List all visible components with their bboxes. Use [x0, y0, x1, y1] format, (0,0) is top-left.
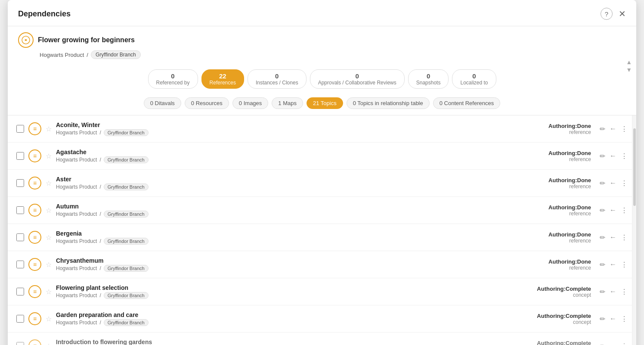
tab-approvals-reviews[interactable]: 0 Approvals / Collaborative Reviews	[310, 69, 405, 89]
item-breadcrumb: Hogwarts Product / Gryffindor Branch	[56, 238, 518, 245]
item-checkbox[interactable]	[16, 125, 24, 133]
subtab-ditavals[interactable]: 0 Ditavals	[144, 97, 181, 109]
list-item: ≡ ☆ Bergenia Hogwarts Product / Gryffind…	[8, 224, 636, 251]
item-checkbox[interactable]	[16, 261, 24, 268]
edit-button[interactable]: ✏	[600, 233, 605, 242]
item-name: Introduction to flowering gardens	[56, 339, 518, 345]
item-checkbox[interactable]	[16, 152, 24, 160]
breadcrumb: Hogwarts Product / Gryffindor Branch	[8, 50, 636, 63]
tab-localized-to[interactable]: 0 Localized to	[452, 69, 496, 89]
edit-button[interactable]: ✏	[600, 125, 605, 133]
doc-icon: ≡	[28, 177, 41, 190]
item-status: Authoring:Done reference	[522, 258, 591, 271]
item-breadcrumb: Hogwarts Product / Gryffindor Branch	[56, 183, 518, 190]
back-button[interactable]: ←	[610, 261, 616, 268]
help-button[interactable]: ?	[601, 8, 613, 20]
item-status: Authoring:Done reference	[522, 177, 591, 190]
subtab-topics-relationship[interactable]: 0 Topics in relationship table	[347, 97, 430, 109]
doc-icon: ≡	[28, 204, 41, 217]
item-info: Flowering plant selection Hogwarts Produ…	[56, 284, 518, 299]
star-icon[interactable]: ☆	[46, 288, 52, 296]
star-icon[interactable]: ☆	[46, 233, 52, 242]
item-checkbox[interactable]	[16, 342, 24, 345]
more-button[interactable]: ⋮	[621, 261, 628, 269]
topic-header-row: Flower growing for beginners	[8, 26, 636, 50]
item-info: Aconite, Winter Hogwarts Product / Gryff…	[56, 121, 518, 136]
item-status: Authoring:Complete concept	[522, 340, 591, 345]
item-status: Authoring:Done reference	[522, 231, 591, 244]
tab-instances-clones[interactable]: 0 Instances / Clones	[248, 69, 307, 89]
star-icon[interactable]: ☆	[46, 152, 52, 160]
item-name: Chrysanthemum	[56, 257, 518, 264]
close-button[interactable]: ✕	[619, 9, 626, 19]
tab-snapshots[interactable]: 0 Snapshots	[408, 69, 449, 89]
scroll-up-arrow[interactable]: ▲	[626, 59, 632, 65]
item-checkbox[interactable]	[16, 288, 24, 295]
back-button[interactable]: ←	[610, 315, 616, 323]
topic-title: Flower growing for beginners	[38, 36, 135, 44]
back-button[interactable]: ←	[610, 125, 616, 133]
item-checkbox[interactable]	[16, 315, 24, 323]
scrollbar[interactable]	[632, 115, 636, 345]
back-button[interactable]: ←	[610, 342, 616, 345]
breadcrumb-product: Hogwarts Product	[40, 52, 84, 58]
edit-button[interactable]: ✏	[600, 206, 605, 214]
subtab-topics[interactable]: 21 Topics	[307, 97, 343, 109]
doc-icon: ≡	[28, 149, 41, 162]
back-button[interactable]: ←	[610, 152, 616, 160]
item-actions: ✏ ← ⋮	[600, 179, 628, 187]
scroll-down-arrow[interactable]: ▼	[626, 66, 632, 73]
more-button[interactable]: ⋮	[621, 342, 628, 345]
list-item: ≡ ☆ Flowering plant selection Hogwarts P…	[8, 278, 636, 305]
item-actions: ✏ ← ⋮	[600, 315, 628, 323]
list-item: ≡ ☆ Aconite, Winter Hogwarts Product / G…	[8, 115, 636, 143]
tab-references[interactable]: 22 References	[201, 69, 244, 89]
star-icon[interactable]: ☆	[46, 179, 52, 187]
subtab-images[interactable]: 0 Images	[232, 97, 268, 109]
item-checkbox[interactable]	[16, 179, 24, 187]
item-info: Bergenia Hogwarts Product / Gryffindor B…	[56, 230, 518, 245]
edit-button[interactable]: ✏	[600, 315, 605, 323]
edit-button[interactable]: ✏	[600, 342, 605, 345]
item-info: Introduction to flowering gardens Hogwar…	[56, 339, 518, 345]
subtab-maps[interactable]: 1 Maps	[272, 97, 303, 109]
edit-button[interactable]: ✏	[600, 288, 605, 296]
dependencies-modal: Dependencies ? ✕ Flower growing for begi…	[8, 0, 636, 345]
item-checkbox[interactable]	[16, 206, 24, 214]
item-checkbox[interactable]	[16, 233, 24, 241]
item-info: Agastache Hogwarts Product / Gryffindor …	[56, 149, 518, 163]
subtab-content-references[interactable]: 0 Content References	[433, 97, 500, 109]
edit-button[interactable]: ✏	[600, 152, 605, 160]
star-icon[interactable]: ☆	[46, 315, 52, 323]
edit-button[interactable]: ✏	[600, 261, 605, 269]
more-button[interactable]: ⋮	[621, 152, 628, 160]
more-button[interactable]: ⋮	[621, 288, 628, 296]
more-button[interactable]: ⋮	[621, 315, 628, 323]
more-button[interactable]: ⋮	[621, 125, 628, 133]
item-breadcrumb: Hogwarts Product / Gryffindor Branch	[56, 292, 518, 299]
back-button[interactable]: ←	[610, 179, 616, 187]
back-button[interactable]: ←	[610, 288, 616, 295]
edit-button[interactable]: ✏	[600, 179, 605, 187]
item-name: Bergenia	[56, 230, 518, 237]
tab-referenced-by[interactable]: 0 Referenced by	[148, 69, 198, 89]
tabs-section: 0 Referenced by 22 References 0 Instance…	[8, 63, 636, 115]
item-name: Flowering plant selection	[56, 284, 518, 291]
star-icon[interactable]: ☆	[46, 206, 52, 214]
more-button[interactable]: ⋮	[621, 206, 628, 214]
back-button[interactable]: ←	[610, 206, 616, 214]
topic-icon	[18, 32, 34, 48]
main-tabs-row: 0 Referenced by 22 References 0 Instance…	[148, 69, 496, 94]
item-name: Agastache	[56, 149, 518, 155]
item-name: Aster	[56, 176, 518, 183]
star-icon[interactable]: ☆	[46, 125, 52, 133]
item-actions: ✏ ← ⋮	[600, 342, 628, 345]
star-icon[interactable]: ☆	[46, 261, 52, 269]
back-button[interactable]: ←	[610, 233, 616, 241]
subtab-resources[interactable]: 0 Resources	[185, 97, 229, 109]
doc-icon: ≡	[28, 339, 41, 345]
star-icon[interactable]: ☆	[46, 342, 52, 345]
more-button[interactable]: ⋮	[621, 179, 628, 187]
more-button[interactable]: ⋮	[621, 233, 628, 242]
scrollbar-thumb[interactable]	[633, 128, 636, 206]
